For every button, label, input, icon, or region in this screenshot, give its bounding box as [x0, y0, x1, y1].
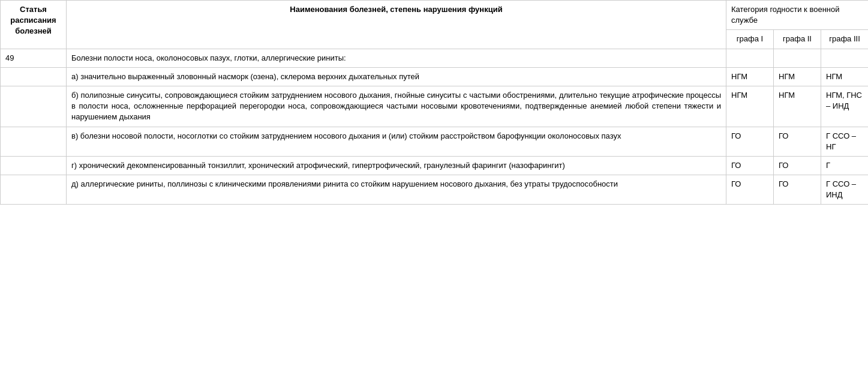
cell-name: а) значительно выраженный зловонный насм…: [67, 67, 726, 86]
cell-g1: ГО: [726, 175, 774, 205]
grafas-g2-label: графа II: [783, 34, 812, 43]
cell-g1: ГО: [726, 127, 774, 156]
cell-g3: Г ССО – НГ: [821, 127, 869, 156]
cell-g1: [726, 49, 774, 67]
header-g2: графа II: [774, 30, 821, 49]
cell-name: Болезни полости носа, околоносовых пазух…: [67, 49, 726, 67]
cell-g2: ГО: [774, 127, 821, 156]
header-category: Категория годности к военной службе: [726, 1, 869, 30]
header-g3: графа III: [821, 30, 869, 49]
table-row: б) полипозные синуситы, сопровождающиеся…: [1, 86, 869, 127]
cell-name: в) болезни носовой полости, носоглотки с…: [67, 127, 726, 156]
cell-name: б) полипозные синуситы, сопровождающиеся…: [67, 86, 726, 127]
header-article-label: Статья расписания болезней: [10, 5, 56, 35]
cell-g1: НГМ: [726, 67, 774, 86]
cell-article: [1, 175, 67, 205]
cell-article: [1, 127, 67, 156]
cell-name: д) аллергические риниты, поллинозы с кли…: [67, 175, 726, 205]
cell-g2: [774, 49, 821, 67]
cell-article: 49: [1, 49, 67, 67]
table-row: д) аллергические риниты, поллинозы с кли…: [1, 175, 869, 205]
cell-g2: ГО: [774, 156, 821, 175]
cell-g3: НГМ: [821, 67, 869, 86]
grafas-g3-label: графа III: [829, 34, 860, 43]
cell-g1: НГМ: [726, 86, 774, 127]
table-wrapper: Статья расписания болезней Наименования …: [0, 0, 868, 205]
cell-g2: ГО: [774, 175, 821, 205]
header-category-label: Категория годности к военной службе: [731, 5, 839, 25]
cell-article: [1, 67, 67, 86]
header-g1: графа I: [726, 30, 774, 49]
table-row: в) болезни носовой полости, носоглотки с…: [1, 127, 869, 156]
header-name-label: Наименования болезней, степень нарушения…: [290, 5, 502, 14]
cell-article: [1, 86, 67, 127]
cell-g3: НГМ, ГНС – ИНД: [821, 86, 869, 127]
table-row: 49Болезни полости носа, околоносовых паз…: [1, 49, 869, 67]
main-table: Статья расписания болезней Наименования …: [0, 0, 868, 205]
cell-g3: Г ССО – ИНД: [821, 175, 869, 205]
cell-g2: НГМ: [774, 67, 821, 86]
cell-g2: НГМ: [774, 86, 821, 127]
header-row-1: Статья расписания болезней Наименования …: [1, 1, 869, 30]
cell-g3: [821, 49, 869, 67]
header-name: Наименования болезней, степень нарушения…: [67, 1, 726, 49]
table-row: а) значительно выраженный зловонный насм…: [1, 67, 869, 86]
grafas-g1-label: графа I: [737, 34, 763, 43]
cell-name: г) хронический декомпенсированный тонзил…: [67, 156, 726, 175]
cell-g3: Г: [821, 156, 869, 175]
table-row: г) хронический декомпенсированный тонзил…: [1, 156, 869, 175]
cell-article: [1, 156, 67, 175]
cell-g1: ГО: [726, 156, 774, 175]
header-article: Статья расписания болезней: [1, 1, 67, 49]
